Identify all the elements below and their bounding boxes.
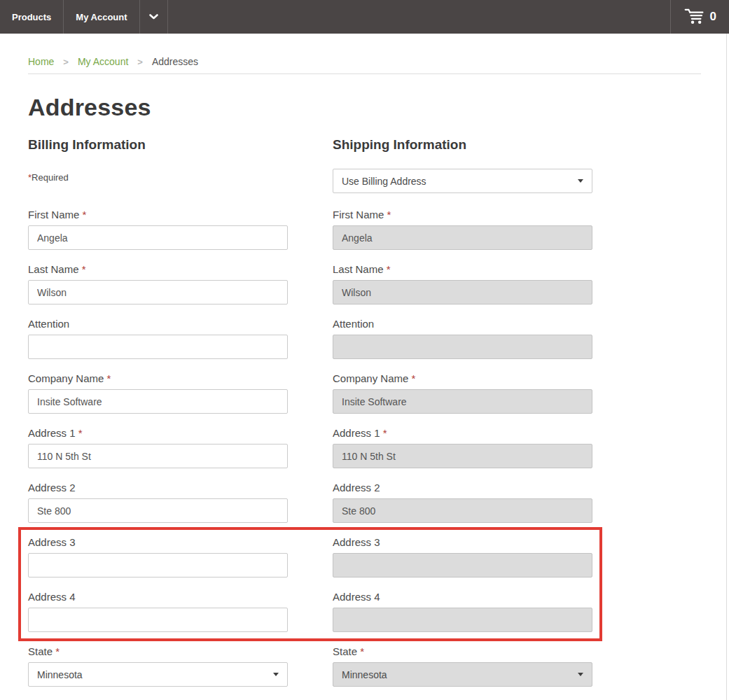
billing-heading: Billing Information [28, 137, 288, 153]
required-asterisk: * [107, 372, 111, 384]
breadcrumb-my-account[interactable]: My Account [78, 56, 128, 67]
billing-first-name-input[interactable] [28, 225, 288, 250]
billing-last-name-field: Last Name * [28, 263, 288, 304]
shipping-address-source-select[interactable]: Use Billing Address [333, 169, 592, 193]
breadcrumb-current: Addresses [152, 56, 198, 67]
shipping-address-3-input [333, 553, 592, 578]
field-label: Address 1 * [28, 427, 288, 439]
field-label: Address 3 [333, 536, 592, 548]
shipping-company-name-field: Company Name * [333, 372, 592, 414]
shipping-last-name-input [333, 280, 592, 304]
billing-address-2-field: Address 2 [28, 482, 288, 523]
field-label: Company Name * [333, 372, 592, 384]
top-navbar: Products My Account 0 [0, 0, 729, 34]
shipping-attention-input [333, 335, 592, 359]
shipping-heading: Shipping Information [333, 137, 592, 153]
field-label: State * [28, 645, 288, 657]
field-label: First Name * [28, 209, 288, 220]
billing-attention-input[interactable] [28, 335, 288, 359]
nav-tab-products[interactable]: Products [0, 0, 64, 34]
billing-address-3-input[interactable] [28, 553, 288, 578]
required-asterisk: * [78, 427, 83, 439]
shipping-address-3-field: Address 3 [333, 536, 592, 578]
billing-subheader: *Required [28, 169, 288, 209]
shipping-first-name-field: First Name * [333, 209, 592, 250]
nav-tabs: Products My Account [0, 0, 168, 34]
billing-address-1-input[interactable] [28, 444, 288, 468]
field-label: Address 3 [28, 536, 288, 548]
breadcrumb-home[interactable]: Home [28, 56, 54, 67]
nav-dropdown-toggle[interactable] [140, 0, 168, 34]
chevron-right-icon: > [137, 57, 143, 67]
cart-button[interactable]: 0 [670, 0, 729, 34]
billing-address-1-field: Address 1 * [28, 427, 288, 468]
cart-icon [683, 7, 705, 27]
breadcrumb: Home > My Account > Addresses [28, 34, 701, 74]
billing-address-3-field: Address 3 [28, 536, 288, 578]
field-label: State * [333, 645, 592, 657]
chevron-down-icon [148, 12, 159, 22]
required-asterisk: * [387, 263, 391, 275]
nav-tab-my-account[interactable]: My Account [64, 0, 139, 34]
page-title: Addresses [28, 94, 701, 120]
cart-count: 0 [710, 10, 716, 24]
required-asterisk: * [83, 209, 87, 220]
caret-down-icon [578, 179, 583, 183]
billing-address-2-input[interactable] [28, 498, 288, 523]
required-asterisk: * [360, 645, 364, 657]
field-label: Address 2 [333, 482, 592, 493]
billing-section: Billing Information *Required First Name… [28, 137, 288, 700]
billing-attention-field: Attention [28, 318, 288, 359]
billing-company-name-field: Company Name * [28, 372, 288, 414]
address-columns: Billing Information *Required First Name… [28, 137, 701, 700]
select-value: Minnesota [342, 669, 387, 680]
field-label: Last Name * [28, 263, 288, 275]
chevron-right-icon: > [63, 57, 69, 67]
shipping-state-field: State *Minnesota [333, 645, 592, 687]
required-asterisk: * [383, 427, 387, 439]
caret-down-icon [273, 673, 279, 676]
billing-address-4-field: Address 4 [28, 591, 288, 632]
main-content: Home > My Account > Addresses Addresses … [0, 34, 729, 700]
required-asterisk: * [55, 645, 60, 657]
required-note: *Required [28, 169, 288, 183]
shipping-company-name-input [333, 389, 592, 414]
field-label: Address 4 [333, 591, 592, 603]
field-label: Address 2 [28, 482, 288, 493]
shipping-subheader: Use Billing Address [333, 169, 592, 209]
required-asterisk: * [387, 209, 391, 220]
field-label: Attention [333, 318, 592, 330]
shipping-section: Shipping Information Use Billing Address… [333, 137, 592, 700]
page-edge-divider [726, 34, 727, 700]
select-value: Use Billing Address [342, 176, 426, 187]
shipping-address-4-input [333, 608, 592, 632]
field-label: Company Name * [28, 372, 288, 384]
field-label: Address 4 [28, 591, 288, 603]
caret-down-icon [578, 673, 583, 676]
shipping-address-1-field: Address 1 * [333, 427, 592, 468]
billing-company-name-input[interactable] [28, 389, 288, 414]
shipping-last-name-field: Last Name * [333, 263, 592, 304]
field-label: Last Name * [333, 263, 592, 275]
billing-state-select[interactable]: Minnesota [28, 662, 288, 687]
billing-first-name-field: First Name * [28, 209, 288, 250]
select-value: Minnesota [37, 669, 83, 680]
field-label: Address 1 * [333, 427, 592, 439]
shipping-address-1-input [333, 444, 592, 468]
shipping-attention-field: Attention [333, 318, 592, 359]
field-label: Attention [28, 318, 288, 330]
shipping-first-name-input [333, 225, 592, 250]
shipping-address-2-field: Address 2 [333, 482, 592, 523]
shipping-address-2-input [333, 498, 592, 523]
shipping-state-select: Minnesota [333, 662, 592, 687]
required-asterisk: * [82, 263, 86, 275]
shipping-fields: First Name *Last Name *Attention Company… [333, 209, 592, 687]
billing-fields: First Name *Last Name *Attention Company… [28, 209, 288, 687]
billing-address-4-input[interactable] [28, 608, 288, 632]
field-label: First Name * [333, 209, 592, 220]
billing-last-name-input[interactable] [28, 280, 288, 304]
required-asterisk: * [412, 372, 416, 384]
shipping-address-4-field: Address 4 [333, 591, 592, 632]
billing-state-field: State *Minnesota [28, 645, 288, 687]
